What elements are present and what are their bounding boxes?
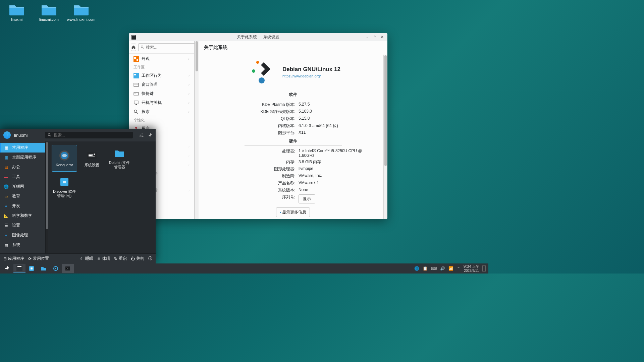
os-link[interactable]: https://www.debian.org/ bbox=[282, 74, 321, 78]
category-label: 设置 bbox=[12, 223, 20, 228]
svg-point-23 bbox=[140, 135, 141, 136]
footer-info[interactable]: ⓘ bbox=[148, 256, 152, 261]
info-value: None bbox=[299, 187, 378, 193]
start-button[interactable] bbox=[1, 264, 13, 273]
desktop-icon-label: linuxmi bbox=[11, 17, 22, 22]
desktop-folder-www-linuxmi-com[interactable]: www.linuxmi.com bbox=[68, 3, 94, 22]
folder-icon bbox=[41, 3, 57, 16]
tray-peek-icon[interactable] bbox=[482, 265, 486, 272]
sidebar-item-workspace-behavior[interactable]: 工作区行为› bbox=[129, 71, 194, 80]
tray-keyboard-icon[interactable]: ⌨ bbox=[431, 266, 437, 271]
info-label: 处理器: bbox=[208, 148, 299, 158]
footer-label: 应用程序 bbox=[8, 256, 24, 261]
user-avatar-icon[interactable]: l bbox=[3, 131, 11, 139]
sidebar-item-search[interactable]: 搜索› bbox=[129, 107, 194, 116]
info-label: 序列号: bbox=[208, 194, 299, 203]
show-serial-button[interactable]: 显示 bbox=[299, 194, 315, 203]
pin-icon[interactable] bbox=[148, 133, 152, 137]
system-icon: ▤ bbox=[3, 242, 9, 248]
category-science[interactable]: 📐科学和数学 bbox=[0, 211, 45, 221]
svg-point-16 bbox=[135, 127, 137, 129]
category-office[interactable]: ▤办公 bbox=[0, 162, 45, 172]
sidebar-item-shortcuts[interactable]: 快捷键› bbox=[129, 89, 194, 98]
username: linuxmi bbox=[14, 133, 28, 138]
app-discover[interactable]: Discover 软件管理中心 bbox=[52, 174, 77, 200]
launcher-app-grid: Konqueror 系统设置 Dolphin 文件管理器 Discover 软件… bbox=[48, 141, 156, 253]
sidebar-label: 搜索 bbox=[142, 109, 150, 115]
taskbar: 🌐 📋 ⌨ 🔊 📶 ⌃ 9:34 上午 2023/6/11 bbox=[0, 263, 488, 274]
search-icon bbox=[141, 45, 145, 49]
svg-line-21 bbox=[50, 135, 51, 136]
footer-sleep[interactable]: ☾睡眠 bbox=[80, 256, 93, 261]
svg-line-3 bbox=[143, 48, 144, 49]
category-label: 系统 bbox=[12, 242, 20, 248]
app-label: 系统设置 bbox=[85, 163, 99, 167]
svg-line-15 bbox=[137, 112, 138, 114]
sidebar-item-startup-shutdown[interactable]: 开机与关机› bbox=[129, 98, 194, 107]
category-settings[interactable]: ☰设置 bbox=[0, 221, 45, 230]
footer-apps[interactable]: ⊞应用程序 bbox=[3, 256, 24, 261]
category-label: 全部应用程序 bbox=[12, 155, 36, 160]
sidebar-item-appearance[interactable]: 外观› bbox=[129, 54, 194, 63]
category-graphics[interactable]: ●图像处理 bbox=[0, 230, 45, 240]
content-scrollbar[interactable] bbox=[383, 55, 387, 219]
svg-rect-7 bbox=[134, 83, 139, 86]
desktop-folder-linuxmi[interactable]: linuxmi bbox=[4, 3, 30, 22]
window-app-icon bbox=[131, 35, 136, 40]
desktop-icon-label: www.linuxmi.com bbox=[67, 17, 95, 22]
pause-icon: ❄ bbox=[97, 256, 101, 261]
settings-search-input[interactable] bbox=[146, 45, 196, 50]
launcher-scrollbar[interactable] bbox=[46, 141, 48, 253]
tray-globe-icon[interactable]: 🌐 bbox=[414, 266, 419, 271]
category-internet[interactable]: 🌐互联网 bbox=[0, 182, 45, 191]
app-label: Konqueror bbox=[56, 163, 73, 167]
app-system-settings[interactable]: 系统设置 bbox=[79, 145, 105, 172]
tray-volume-icon[interactable]: 🔊 bbox=[440, 266, 445, 271]
footer-places[interactable]: ⟳常用位置 bbox=[28, 256, 49, 261]
category-frequent[interactable]: ▦常用程序 bbox=[0, 143, 45, 153]
footer-label: 休眠 bbox=[102, 256, 110, 261]
info-label: 内核版本: bbox=[208, 123, 299, 129]
search-icon bbox=[48, 133, 52, 137]
launcher-search-input[interactable] bbox=[54, 133, 130, 137]
category-education[interactable]: ▭教育 bbox=[0, 191, 45, 201]
category-label: 图像处理 bbox=[12, 232, 28, 238]
app-dolphin[interactable]: Dolphin 文件管理器 bbox=[107, 145, 132, 172]
taskbar-clock[interactable]: 9:34 上午 2023/6/11 bbox=[464, 264, 479, 273]
task-launcher[interactable] bbox=[13, 264, 25, 273]
info-label: 图形平台: bbox=[208, 130, 299, 136]
category-development[interactable]: ●开发 bbox=[0, 201, 45, 211]
category-tools[interactable]: ▬工具 bbox=[0, 172, 45, 182]
home-button[interactable] bbox=[131, 44, 136, 51]
settings-search-box[interactable] bbox=[138, 43, 199, 51]
task-terminal[interactable] bbox=[62, 264, 74, 273]
category-system[interactable]: ▤系统 bbox=[0, 240, 45, 250]
tray-up-arrow-icon[interactable]: ⌃ bbox=[457, 266, 460, 271]
info-icon: ⓘ bbox=[148, 256, 152, 261]
tray-network-icon[interactable]: 📶 bbox=[448, 266, 453, 271]
desktop-folder-linuxmi-com[interactable]: linuxmi.com bbox=[36, 3, 62, 22]
category-all-apps[interactable]: ▦全部应用程序 bbox=[0, 153, 45, 162]
show-more-button[interactable]: ▪ 显示更多信息 bbox=[276, 207, 310, 217]
footer-restart[interactable]: ↻重启 bbox=[114, 256, 127, 261]
launcher-search[interactable] bbox=[45, 132, 133, 138]
footer-label: 关机 bbox=[136, 256, 144, 261]
footer-shutdown[interactable]: ⏻关机 bbox=[131, 256, 144, 261]
svg-rect-1 bbox=[132, 36, 136, 36]
sidebar-scrollbar[interactable] bbox=[195, 41, 199, 219]
minimize-button[interactable]: ⌄ bbox=[365, 35, 370, 40]
info-label: KDE 程序框架版本: bbox=[208, 109, 299, 115]
app-konqueror[interactable]: Konqueror bbox=[52, 145, 77, 172]
task-dolphin[interactable] bbox=[38, 264, 50, 273]
task-settings[interactable] bbox=[50, 264, 62, 273]
task-discover[interactable] bbox=[25, 264, 38, 273]
app-label: Dolphin 文件管理器 bbox=[107, 161, 131, 169]
maximize-button[interactable]: ⌃ bbox=[372, 35, 377, 40]
tray-clipboard-icon[interactable]: 📋 bbox=[423, 266, 428, 271]
sidebar-item-window-management[interactable]: 窗口管理› bbox=[129, 80, 194, 89]
footer-hibernate[interactable]: ❄休眠 bbox=[97, 256, 110, 261]
close-button[interactable]: ✕ bbox=[379, 35, 385, 40]
button-label: 显示更多信息 bbox=[282, 210, 306, 215]
window-titlebar[interactable]: 关于此系统 — 系统设置 ⌄ ⌃ ✕ bbox=[129, 33, 387, 41]
settings-icon[interactable] bbox=[139, 133, 144, 137]
